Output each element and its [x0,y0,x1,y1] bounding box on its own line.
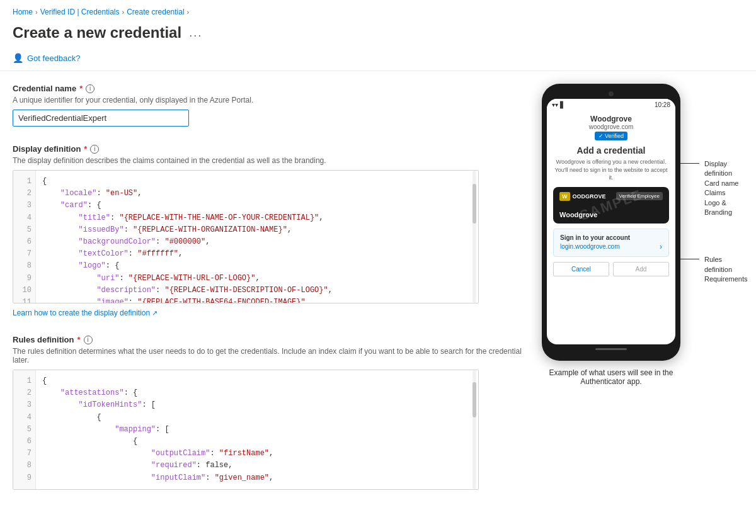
verified-label: Verified [605,133,624,139]
phone-with-annotations: ▾▾ ▋ 10:28 Woodgrove woodgrove.com ✓ [542,84,743,386]
breadcrumb-home[interactable]: Home [13,8,33,16]
breadcrumb-create-credential[interactable]: Create credential [127,8,184,16]
page-header: Create a new credential ... [0,21,756,48]
sign-in-arrow: › [660,242,662,251]
breadcrumb: Home › Verified ID | Credentials › Creat… [0,0,756,21]
main-content: Credential name * i A unique identifier … [0,71,756,520]
credential-name-section: Credential name * i A unique identifier … [13,84,529,127]
rules-scrollbar[interactable] [471,370,478,489]
phone-issuer-domain: woodgrove.com [553,123,669,130]
annotation-rules-definition: Rules definitionRequirements [680,255,747,284]
scrollbar[interactable] [471,171,478,303]
annotation-line-2 [680,259,699,259]
rules-definition-label: Rules definition * i [13,335,529,344]
learn-display-definition-link[interactable]: Learn how to create the display definiti… [13,308,158,317]
rules-definition-required: * [77,335,81,344]
breadcrumb-sep-3: › [187,8,190,16]
phone-screen: ▾▾ ▋ 10:28 Woodgrove woodgrove.com ✓ [547,99,675,344]
credential-card-header: W OODGROVE Verified Employee [559,192,663,201]
phone-caption: Example of what users will see in the Au… [542,368,680,386]
rules-definition-description: The rules definition determines what the… [13,347,529,365]
form-area: Credential name * i A unique identifier … [13,84,529,507]
credential-name-info-icon[interactable]: i [86,84,94,93]
breadcrumb-verified-id[interactable]: Verified ID | Credentials [40,8,120,16]
breadcrumb-sep-2: › [122,8,125,16]
display-definition-required: * [84,144,87,154]
phone-status-bar: ▾▾ ▋ 10:28 [547,99,675,110]
verified-badge: ✓ Verified [595,132,627,140]
phone-heading: Add a credential [553,145,669,156]
annotation-text-1: Display definitionCard nameClaimsLogo &B… [704,159,747,217]
credential-name-input[interactable] [13,110,189,127]
verified-checkmark: ✓ [598,133,604,139]
credential-name-label-text: Credential name [13,84,76,93]
external-link-icon: ↗ [152,309,158,317]
rules-definition-label-text: Rules definition [13,335,74,344]
phone-buttons: Cancel Add [553,262,669,276]
sign-in-section: Sign in to your account login.woodgrove.… [553,229,669,257]
ellipsis-menu-button[interactable]: ... [186,25,205,41]
phone-cancel-button[interactable]: Cancel [553,262,609,276]
rules-definition-section: Rules definition * i The rules definitio… [13,335,529,490]
credential-card-issuer: Woodgrove [559,211,663,218]
phone-camera [609,91,614,96]
sign-in-link[interactable]: login.woodgrove.com [560,243,620,250]
annotation-line-1 [680,163,699,164]
display-definition-label-text: Display definition [13,144,81,154]
annotation-display-definition: Display definitionCard nameClaimsLogo &B… [680,159,747,217]
breadcrumb-sep-1: › [35,8,38,16]
credential-name-label: Credential name * i [13,84,529,93]
phone-time: 10:28 [655,101,670,108]
phone-add-button[interactable]: Add [613,262,669,276]
phone-frame: ▾▾ ▋ 10:28 Woodgrove woodgrove.com ✓ [542,84,680,361]
logo-text: OODGROVE [573,193,606,200]
phone-container: ▾▾ ▋ 10:28 Woodgrove woodgrove.com ✓ [542,84,680,386]
phone-issuer-name: Woodgrove [553,115,669,123]
credential-logo: W OODGROVE [559,192,606,201]
credential-name-required: * [79,84,83,93]
rules-definition-info-icon[interactable]: i [84,336,93,344]
page-title: Create a new credential [13,24,181,42]
display-definition-code[interactable]: { "locale": "en-US", "card": { "title": … [36,171,478,303]
logo-w: W [559,192,570,201]
credential-badge: Verified Employee [616,192,663,200]
rules-definition-editor[interactable]: 123456789 { "attestations": { "idTokenHi… [13,370,479,490]
display-definition-info-icon[interactable]: i [90,145,99,154]
preview-area: ▾▾ ▋ 10:28 Woodgrove woodgrove.com ✓ [542,84,743,507]
annotation-lines: Display definitionCard nameClaimsLogo &B… [680,84,747,285]
rules-definition-line-numbers: 123456789 [13,370,36,489]
feedback-link[interactable]: Got feedback? [27,54,81,63]
phone-content: Woodgrove woodgrove.com ✓ Verified [547,110,675,281]
feedback-bar[interactable]: 👤 Got feedback? [0,48,756,71]
phone-signal-icons: ▾▾ ▋ [552,101,565,108]
phone-issuer: Woodgrove woodgrove.com ✓ Verified [553,115,669,142]
display-definition-editor[interactable]: 1234567891011 { "locale": "en-US", "card… [13,170,479,303]
credential-name-description: A unique identifier for your credential,… [13,96,529,105]
display-definition-description: The display definition describes the cla… [13,156,529,165]
display-definition-label: Display definition * i [13,144,529,154]
sign-in-text: Sign in to your account [560,234,662,241]
display-definition-line-numbers: 1234567891011 [13,171,36,303]
credential-card: W OODGROVE Verified Employee Woodgrove S… [553,187,669,224]
feedback-icon: 👤 [13,53,23,63]
display-definition-section: Display definition * i The display defin… [13,144,529,317]
annotation-text-2: Rules definitionRequirements [704,255,747,284]
phone-subtext: Woodgrove is offering you a new credenti… [553,158,669,182]
rules-definition-code[interactable]: { "attestations": { "idTokenHints": [ { … [36,370,478,489]
phone-bottom-bar [595,348,627,350]
